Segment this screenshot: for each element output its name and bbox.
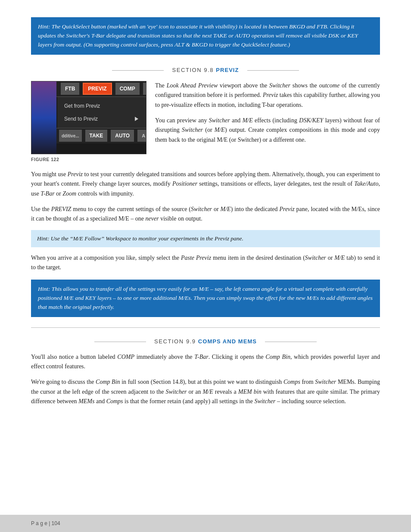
take-button[interactable]: TAKE	[85, 130, 108, 142]
video-thumbnail	[31, 81, 56, 154]
paragraph-3: You might use Previz to test your curren…	[31, 170, 380, 199]
paragraph-4: Use the PREVIZ menu to copy the current …	[31, 205, 380, 224]
dsk-button[interactable]: DSK	[143, 83, 146, 95]
paragraph-5: When you arrive at a composition you lik…	[31, 253, 380, 273]
section-divider	[31, 327, 380, 328]
hint1-text: Hint: The QuickSelect button (marked wit…	[38, 23, 358, 48]
page-number: P a g e | 104	[31, 520, 60, 526]
previz-button[interactable]: PREVIZ	[83, 83, 112, 95]
a-button[interactable]: A	[137, 130, 146, 142]
switcher-mockup: FTB PREVIZ COMP DSK Get from Previz Send…	[31, 81, 146, 154]
section-98-title: PREVIZ	[216, 67, 239, 73]
figure-area: FTB PREVIZ COMP DSK Get from Previz Send…	[31, 81, 380, 162]
ftb-button[interactable]: FTB	[61, 83, 79, 95]
comp-button[interactable]: COMP	[115, 83, 140, 95]
hint3-text: Hint: This allows you to transfer all of…	[38, 286, 373, 310]
paragraph-6: You'll also notice a button labeled COMP…	[31, 352, 380, 372]
hint-box-1: Hint: The QuickSelect button (marked wit…	[31, 17, 380, 55]
section-99-title: COMPS AND MEMS	[198, 338, 257, 345]
hint2-text: Hint: Use the “M/E Follow” Workspace to …	[37, 235, 243, 242]
switcher-menu: Get from Previz Send to Previz	[57, 97, 146, 128]
figure-left: FTB PREVIZ COMP DSK Get from Previz Send…	[31, 81, 146, 162]
paragraph-7: We're going to discuss the Comp Bin in f…	[31, 377, 380, 406]
auto-button[interactable]: AUTO	[111, 130, 134, 142]
section-99-prefix: SECTION 9.9	[154, 338, 196, 345]
footer: P a g e | 104	[0, 515, 411, 532]
hint-box-3: Hint: This allows you to transfer all of…	[31, 280, 380, 317]
dditive-button[interactable]: dditive...	[59, 130, 82, 142]
section-98-prefix: SECTION 9.8	[172, 67, 214, 73]
page: Hint: The QuickSelect button (marked wit…	[0, 0, 411, 532]
send-to-previz-item[interactable]: Send to Previz	[57, 112, 146, 125]
paragraph-1: The Look Ahead Preview viewport above th…	[155, 81, 380, 110]
section-98-header: SECTION 9.8 PREVIZ	[31, 67, 380, 73]
get-from-previz-item[interactable]: Get from Previz	[57, 100, 146, 112]
hint-box-2: Hint: Use the “M/E Follow” Workspace to …	[31, 230, 380, 247]
figure-right-text: The Look Ahead Preview viewport above th…	[155, 81, 380, 162]
paragraph-2: You can preview any Switcher and M/E eff…	[155, 116, 380, 145]
section-99-header: SECTION 9.9 COMPS AND MEMS	[31, 338, 380, 345]
figure-caption: FIGURE 122	[31, 157, 146, 162]
